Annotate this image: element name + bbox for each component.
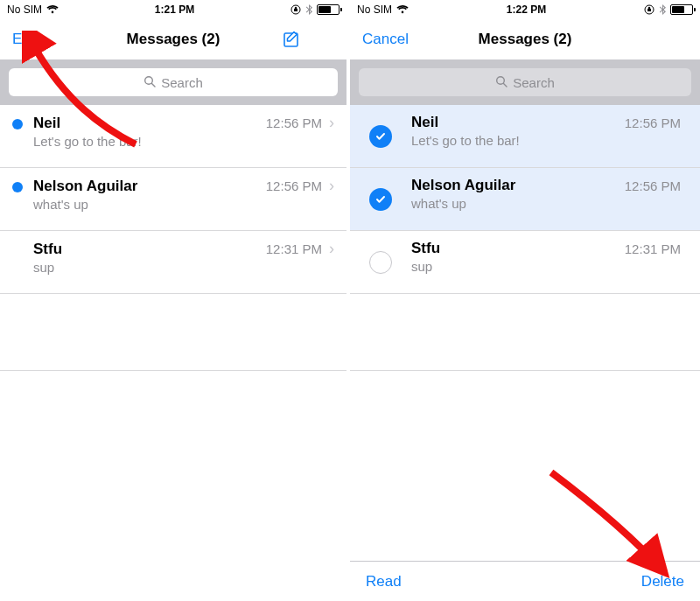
conversation-list: Neil 12:56 PM › Let's go to the bar! Nel… xyxy=(350,105,700,561)
empty-row xyxy=(350,371,700,448)
unread-dot-icon xyxy=(12,182,23,192)
nav-title: Messages (2) xyxy=(479,31,572,48)
bluetooth-icon xyxy=(305,4,312,15)
delete-button[interactable]: Delete xyxy=(641,573,684,591)
sender-name: Stfu xyxy=(33,241,266,258)
status-bar: No SIM 1:21 PM xyxy=(0,0,346,19)
nav-title: Messages (2) xyxy=(127,31,220,48)
edit-button[interactable]: Edit xyxy=(12,31,65,48)
compose-button[interactable] xyxy=(282,29,334,50)
message-preview: Let's go to the bar! xyxy=(33,134,334,149)
clock: 1:22 PM xyxy=(507,3,546,16)
search-bar-container: Search xyxy=(0,59,346,105)
sender-name: Nelson Aguilar xyxy=(33,178,266,195)
phone-edit-mode: No SIM 1:22 PM Cancel Messages (2) xyxy=(350,0,700,601)
search-icon xyxy=(495,75,508,90)
sender-name: Stfu xyxy=(411,240,625,257)
chevron-right-icon: › xyxy=(329,177,334,195)
cancel-button[interactable]: Cancel xyxy=(362,31,415,48)
conversation-row[interactable]: Stfu 12:31 PM › sup xyxy=(350,231,700,294)
carrier-text: No SIM xyxy=(357,3,392,16)
conversation-row[interactable]: Stfu 12:31 PM › sup xyxy=(0,231,346,294)
edit-toolbar: Read Delete xyxy=(350,561,700,601)
search-placeholder: Search xyxy=(513,75,555,90)
conversation-row[interactable]: Nelson Aguilar 12:56 PM › what's up xyxy=(350,168,700,231)
wifi-icon xyxy=(396,5,409,14)
message-preview: Let's go to the bar! xyxy=(411,133,688,148)
selection-circle-icon[interactable] xyxy=(369,251,392,274)
chevron-right-icon: › xyxy=(329,240,334,258)
conversation-row[interactable]: Neil 12:56 PM › Let's go to the bar! xyxy=(350,105,700,168)
nav-bar: Cancel Messages (2) xyxy=(350,19,700,59)
selection-checkmark-icon[interactable] xyxy=(369,125,392,148)
phone-normal-mode: No SIM 1:21 PM Edit Messages (2) xyxy=(0,0,350,601)
clock: 1:21 PM xyxy=(155,3,194,16)
search-bar-container: Search xyxy=(350,59,700,105)
conversation-row[interactable]: Nelson Aguilar 12:56 PM › what's up xyxy=(0,168,346,231)
timestamp: 12:56 PM xyxy=(266,178,322,193)
timestamp: 12:56 PM xyxy=(266,115,322,130)
message-preview: sup xyxy=(411,259,688,274)
search-icon xyxy=(144,75,156,90)
svg-line-6 xyxy=(504,83,508,87)
svg-line-3 xyxy=(152,83,156,87)
wifi-icon xyxy=(46,5,59,14)
sender-name: Nelson Aguilar xyxy=(411,177,625,194)
selection-checkmark-icon[interactable] xyxy=(369,188,392,211)
rotation-lock-icon xyxy=(644,4,654,15)
chevron-right-icon: › xyxy=(329,114,334,132)
sender-name: Neil xyxy=(33,115,266,132)
search-placeholder: Search xyxy=(161,75,203,90)
conversation-row[interactable]: Neil 12:56 PM › Let's go to the bar! xyxy=(0,105,346,168)
timestamp: 12:56 PM xyxy=(625,178,681,193)
rotation-lock-icon xyxy=(290,4,301,15)
read-button[interactable]: Read xyxy=(366,573,402,591)
battery-icon xyxy=(670,4,693,15)
status-bar: No SIM 1:22 PM xyxy=(350,0,700,19)
message-preview: sup xyxy=(33,260,334,275)
message-preview: what's up xyxy=(411,196,688,211)
empty-row xyxy=(0,294,346,371)
bluetooth-icon xyxy=(659,4,666,15)
sender-name: Neil xyxy=(411,114,625,131)
nav-bar: Edit Messages (2) xyxy=(0,19,346,59)
empty-row xyxy=(0,371,346,448)
unread-dot-icon xyxy=(12,119,23,129)
search-field[interactable]: Search xyxy=(9,68,338,96)
empty-row xyxy=(350,294,700,371)
conversation-list: Neil 12:56 PM › Let's go to the bar! Nel… xyxy=(0,105,346,601)
message-preview: what's up xyxy=(33,197,334,212)
timestamp: 12:31 PM xyxy=(266,241,322,256)
timestamp: 12:56 PM xyxy=(625,115,681,130)
search-field: Search xyxy=(359,68,691,96)
timestamp: 12:31 PM xyxy=(625,241,681,256)
battery-icon xyxy=(317,4,340,15)
carrier-text: No SIM xyxy=(7,3,42,16)
